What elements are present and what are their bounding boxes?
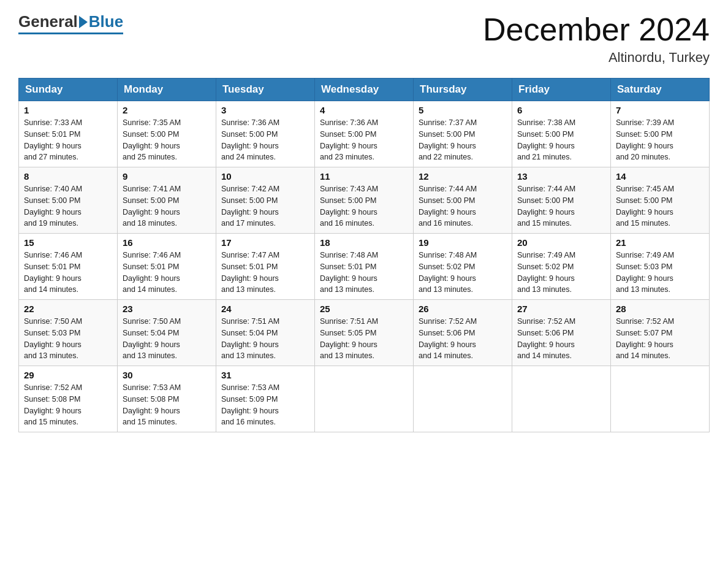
day-number: 24: [221, 304, 309, 314]
day-number: 18: [320, 237, 408, 248]
day-number: 19: [419, 237, 507, 248]
day-header-monday: Monday: [118, 79, 216, 101]
day-number: 28: [616, 304, 704, 314]
logo: General Blue: [18, 12, 123, 31]
calendar-cell: 14Sunrise: 7:45 AMSunset: 5:00 PMDayligh…: [611, 167, 710, 234]
calendar-cell: 24Sunrise: 7:51 AMSunset: 5:04 PMDayligh…: [216, 300, 315, 366]
calendar-cell: 15Sunrise: 7:46 AMSunset: 5:01 PMDayligh…: [19, 234, 118, 300]
day-info: Sunrise: 7:38 AMSunset: 5:00 PMDaylight:…: [517, 117, 605, 163]
page-header: General Blue December 2024 Altinordu, Tu…: [18, 12, 710, 66]
day-info: Sunrise: 7:52 AMSunset: 5:07 PMDaylight:…: [616, 316, 704, 362]
day-number: 16: [123, 237, 211, 248]
day-number: 29: [24, 370, 112, 380]
day-number: 5: [419, 105, 507, 115]
logo-area: General Blue: [18, 12, 123, 34]
calendar-cell: 12Sunrise: 7:44 AMSunset: 5:00 PMDayligh…: [414, 167, 512, 234]
day-info: Sunrise: 7:49 AMSunset: 5:02 PMDaylight:…: [517, 250, 605, 296]
day-number: 22: [24, 304, 112, 314]
calendar-cell: 5Sunrise: 7:37 AMSunset: 5:00 PMDaylight…: [414, 101, 512, 167]
day-number: 10: [221, 171, 309, 182]
day-number: 26: [419, 304, 507, 314]
logo-arrow-icon: [79, 16, 88, 28]
calendar-cell: 16Sunrise: 7:46 AMSunset: 5:01 PMDayligh…: [118, 234, 216, 300]
calendar-cell: 13Sunrise: 7:44 AMSunset: 5:00 PMDayligh…: [512, 167, 611, 234]
calendar-cell: 30Sunrise: 7:53 AMSunset: 5:08 PMDayligh…: [118, 366, 216, 432]
day-info: Sunrise: 7:51 AMSunset: 5:05 PMDaylight:…: [320, 316, 408, 362]
calendar-cell: 8Sunrise: 7:40 AMSunset: 5:00 PMDaylight…: [19, 167, 118, 234]
day-number: 20: [517, 237, 605, 248]
calendar-cell: 31Sunrise: 7:53 AMSunset: 5:09 PMDayligh…: [216, 366, 315, 432]
day-info: Sunrise: 7:37 AMSunset: 5:00 PMDaylight:…: [419, 117, 507, 163]
calendar-cell: 23Sunrise: 7:50 AMSunset: 5:04 PMDayligh…: [118, 300, 216, 366]
day-number: 14: [616, 171, 704, 182]
day-header-wednesday: Wednesday: [315, 79, 414, 101]
day-info: Sunrise: 7:52 AMSunset: 5:06 PMDaylight:…: [517, 316, 605, 362]
calendar-cell: [315, 366, 414, 432]
day-info: Sunrise: 7:52 AMSunset: 5:08 PMDaylight:…: [24, 382, 112, 428]
calendar-cell: 27Sunrise: 7:52 AMSunset: 5:06 PMDayligh…: [512, 300, 611, 366]
calendar-table: SundayMondayTuesdayWednesdayThursdayFrid…: [18, 78, 710, 432]
day-info: Sunrise: 7:42 AMSunset: 5:00 PMDaylight:…: [221, 183, 309, 229]
day-headers-row: SundayMondayTuesdayWednesdayThursdayFrid…: [19, 79, 710, 101]
calendar-cell: 7Sunrise: 7:39 AMSunset: 5:00 PMDaylight…: [611, 101, 710, 167]
day-number: 25: [320, 304, 408, 314]
logo-blue: Blue: [89, 12, 123, 31]
day-info: Sunrise: 7:45 AMSunset: 5:00 PMDaylight:…: [616, 183, 704, 229]
calendar-cell: 10Sunrise: 7:42 AMSunset: 5:00 PMDayligh…: [216, 167, 315, 234]
day-info: Sunrise: 7:39 AMSunset: 5:00 PMDaylight:…: [616, 117, 704, 163]
calendar-cell: 21Sunrise: 7:49 AMSunset: 5:03 PMDayligh…: [611, 234, 710, 300]
logo-general: General: [18, 12, 78, 31]
calendar-cell: 22Sunrise: 7:50 AMSunset: 5:03 PMDayligh…: [19, 300, 118, 366]
title-area: December 2024 Altinordu, Turkey: [483, 12, 710, 66]
day-info: Sunrise: 7:49 AMSunset: 5:03 PMDaylight:…: [616, 250, 704, 296]
day-header-tuesday: Tuesday: [216, 79, 315, 101]
day-number: 8: [24, 171, 112, 182]
calendar-cell: 28Sunrise: 7:52 AMSunset: 5:07 PMDayligh…: [611, 300, 710, 366]
day-header-friday: Friday: [512, 79, 611, 101]
day-number: 1: [24, 105, 112, 115]
day-info: Sunrise: 7:47 AMSunset: 5:01 PMDaylight:…: [221, 250, 309, 296]
day-info: Sunrise: 7:41 AMSunset: 5:00 PMDaylight:…: [123, 183, 211, 229]
calendar-cell: 18Sunrise: 7:48 AMSunset: 5:01 PMDayligh…: [315, 234, 414, 300]
day-info: Sunrise: 7:48 AMSunset: 5:01 PMDaylight:…: [320, 250, 408, 296]
day-number: 23: [123, 304, 211, 314]
day-info: Sunrise: 7:48 AMSunset: 5:02 PMDaylight:…: [419, 250, 507, 296]
day-info: Sunrise: 7:51 AMSunset: 5:04 PMDaylight:…: [221, 316, 309, 362]
day-info: Sunrise: 7:46 AMSunset: 5:01 PMDaylight:…: [24, 250, 112, 296]
day-number: 12: [419, 171, 507, 182]
day-info: Sunrise: 7:40 AMSunset: 5:00 PMDaylight:…: [24, 183, 112, 229]
calendar-cell: 29Sunrise: 7:52 AMSunset: 5:08 PMDayligh…: [19, 366, 118, 432]
day-info: Sunrise: 7:44 AMSunset: 5:00 PMDaylight:…: [419, 183, 507, 229]
day-info: Sunrise: 7:43 AMSunset: 5:00 PMDaylight:…: [320, 183, 408, 229]
day-info: Sunrise: 7:46 AMSunset: 5:01 PMDaylight:…: [123, 250, 211, 296]
day-number: 11: [320, 171, 408, 182]
day-info: Sunrise: 7:35 AMSunset: 5:00 PMDaylight:…: [123, 117, 211, 163]
day-info: Sunrise: 7:33 AMSunset: 5:01 PMDaylight:…: [24, 117, 112, 163]
day-number: 9: [123, 171, 211, 182]
day-number: 15: [24, 237, 112, 248]
calendar-cell: 4Sunrise: 7:36 AMSunset: 5:00 PMDaylight…: [315, 101, 414, 167]
calendar-cell: 9Sunrise: 7:41 AMSunset: 5:00 PMDaylight…: [118, 167, 216, 234]
day-number: 7: [616, 105, 704, 115]
day-info: Sunrise: 7:50 AMSunset: 5:03 PMDaylight:…: [24, 316, 112, 362]
day-number: 2: [123, 105, 211, 115]
month-year-title: December 2024: [483, 12, 710, 47]
day-header-saturday: Saturday: [611, 79, 710, 101]
day-header-sunday: Sunday: [19, 79, 118, 101]
day-info: Sunrise: 7:44 AMSunset: 5:00 PMDaylight:…: [517, 183, 605, 229]
calendar-cell: 20Sunrise: 7:49 AMSunset: 5:02 PMDayligh…: [512, 234, 611, 300]
day-number: 30: [123, 370, 211, 380]
calendar-cell: 6Sunrise: 7:38 AMSunset: 5:00 PMDaylight…: [512, 101, 611, 167]
day-info: Sunrise: 7:53 AMSunset: 5:08 PMDaylight:…: [123, 382, 211, 428]
day-number: 31: [221, 370, 309, 380]
day-header-thursday: Thursday: [414, 79, 512, 101]
calendar-cell: 17Sunrise: 7:47 AMSunset: 5:01 PMDayligh…: [216, 234, 315, 300]
week-row: 1Sunrise: 7:33 AMSunset: 5:01 PMDaylight…: [19, 101, 710, 167]
week-row: 29Sunrise: 7:52 AMSunset: 5:08 PMDayligh…: [19, 366, 710, 432]
day-number: 3: [221, 105, 309, 115]
day-info: Sunrise: 7:50 AMSunset: 5:04 PMDaylight:…: [123, 316, 211, 362]
calendar-cell: 3Sunrise: 7:36 AMSunset: 5:00 PMDaylight…: [216, 101, 315, 167]
calendar-cell: 26Sunrise: 7:52 AMSunset: 5:06 PMDayligh…: [414, 300, 512, 366]
calendar-cell: 11Sunrise: 7:43 AMSunset: 5:00 PMDayligh…: [315, 167, 414, 234]
week-row: 8Sunrise: 7:40 AMSunset: 5:00 PMDaylight…: [19, 167, 710, 234]
